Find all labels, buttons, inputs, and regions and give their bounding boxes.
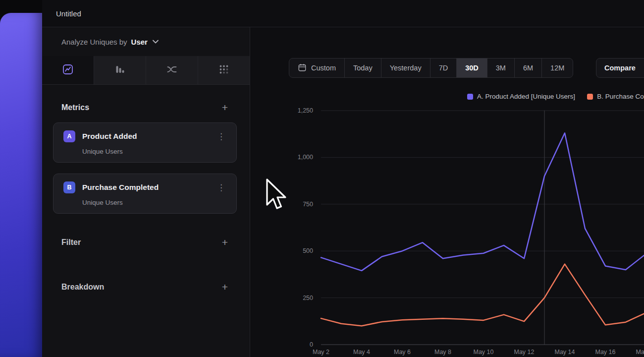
metric-aggregation-a[interactable]: Unique Users [63, 148, 226, 155]
add-metric-button[interactable]: + [222, 103, 228, 113]
svg-text:May 12: May 12 [514, 349, 535, 356]
svg-text:750: 750 [303, 201, 313, 208]
svg-text:1,000: 1,000 [298, 154, 313, 161]
svg-text:May 6: May 6 [394, 349, 411, 356]
add-breakdown-button[interactable]: + [222, 282, 228, 292]
svg-text:500: 500 [303, 247, 313, 254]
svg-text:May 16: May 16 [595, 349, 616, 356]
metric-name-a[interactable]: Product Added [82, 132, 209, 141]
metrics-title: Metrics [61, 103, 89, 112]
svg-text:0: 0 [310, 341, 313, 348]
svg-text:May 14: May 14 [555, 349, 575, 356]
svg-text:1,250: 1,250 [298, 107, 313, 114]
top-bar: Untitled [42, 0, 644, 27]
metric-options-kebab-icon[interactable]: ⋮ [216, 182, 226, 193]
breakdown-section-header: Breakdown + [42, 281, 250, 293]
metric-badge-a: A [63, 130, 75, 142]
svg-text:May 2: May 2 [313, 349, 329, 356]
metric-aggregation-b[interactable]: Unique Users [63, 199, 226, 206]
analyze-by-value[interactable]: User [131, 38, 148, 46]
metric-badge-b: B [63, 181, 75, 193]
flows-lines-icon [166, 63, 178, 77]
filter-title: Filter [61, 238, 81, 247]
left-accent-strip [0, 0, 42, 357]
svg-text:May 4: May 4 [353, 349, 370, 356]
tab-funnels[interactable] [94, 56, 146, 84]
line-chart[interactable]: 02505007501,0001,250May 2May 4May 6May 8… [250, 27, 644, 357]
svg-text:May 10: May 10 [474, 349, 494, 356]
metric-card-a[interactable]: A Product Added ⋮ Unique Users [53, 122, 237, 163]
retention-grid-icon [218, 63, 230, 77]
tab-retention[interactable] [198, 56, 250, 84]
metrics-section-header: Metrics + [42, 85, 250, 122]
analyze-by-label: Analyze Uniques by [61, 38, 127, 46]
breakdown-title: Breakdown [61, 283, 104, 292]
metric-options-kebab-icon[interactable]: ⋮ [216, 131, 226, 142]
chevron-down-icon[interactable] [153, 40, 159, 44]
tab-insights[interactable] [42, 56, 94, 84]
tab-flows[interactable] [146, 56, 198, 84]
svg-text:May 18: May 18 [636, 349, 644, 356]
metric-name-b[interactable]: Purchase Completed [82, 183, 209, 192]
analyze-by-row: Analyze Uniques by User [42, 27, 250, 56]
insights-chart-icon [62, 63, 74, 77]
funnel-bars-icon [114, 63, 126, 77]
filter-section-header: Filter + [42, 237, 250, 248]
add-filter-button[interactable]: + [222, 238, 228, 247]
query-sidebar: Analyze Uniques by User [42, 27, 250, 357]
report-title[interactable]: Untitled [56, 9, 81, 18]
left-accent-panel [0, 13, 42, 357]
svg-text:250: 250 [303, 295, 313, 301]
chart-panel: Custom Today Yesterday 7D 30D 3M 6M 12M … [250, 27, 644, 357]
report-type-tabs [42, 56, 250, 85]
metric-card-b[interactable]: B Purchase Completed ⋮ Unique Users [53, 174, 237, 214]
svg-text:May 8: May 8 [434, 349, 451, 356]
